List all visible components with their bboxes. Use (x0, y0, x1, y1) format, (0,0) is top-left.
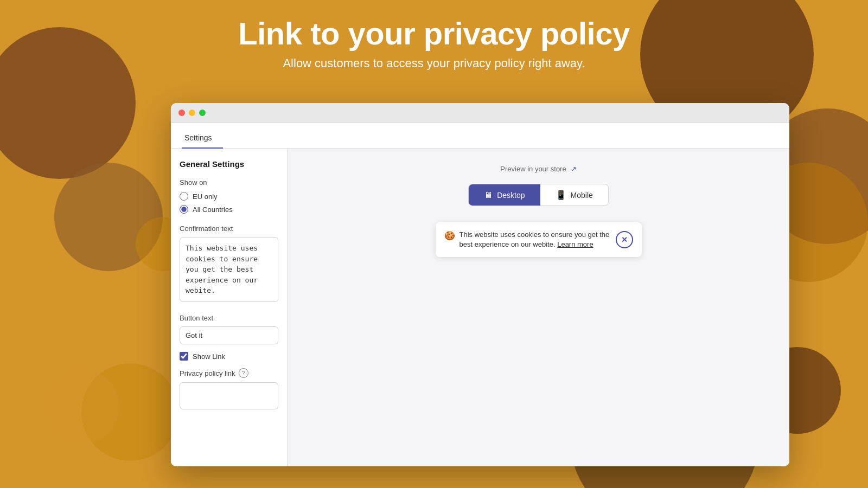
radio-all-countries[interactable]: All Countries (180, 205, 278, 214)
confirmation-text-label: Confirmation text (180, 224, 278, 233)
hero-subtitle: Allow customers to access your privacy p… (0, 56, 868, 70)
external-link-icon[interactable]: ↗ (571, 165, 577, 173)
sidebar: General Settings Show on EU only All Cou… (171, 149, 288, 466)
preview-label: Preview in your store (500, 165, 566, 173)
radio-group-show-on: EU only All Countries (180, 192, 278, 214)
preview-header: Preview in your store ↗ (500, 165, 576, 173)
desktop-icon: 🖥 (484, 190, 493, 200)
radio-all-countries-label: All Countries (193, 206, 233, 214)
main-layout: General Settings Show on EU only All Cou… (171, 149, 789, 466)
section-title: General Settings (180, 159, 278, 169)
button-text-label: Button text (180, 314, 278, 322)
cookie-banner-text: 🍪 This website uses cookies to ensure yo… (444, 230, 610, 249)
hero-section: Link to your privacy policy Allow custom… (0, 0, 868, 70)
radio-eu-only[interactable]: EU only (180, 192, 278, 201)
radio-eu-only-input[interactable] (180, 192, 188, 201)
privacy-policy-link-label: Privacy policy link (180, 369, 235, 377)
mobile-icon: 📱 (556, 190, 566, 200)
browser-window: Settings General Settings Show on EU onl… (171, 103, 789, 466)
show-link-row: Show Link (180, 352, 278, 361)
radio-eu-only-label: EU only (193, 192, 218, 201)
confirmation-text-input[interactable]: This website uses cookies to ensure you … (180, 237, 278, 302)
cookie-banner-preview: 🍪 This website uses cookies to ensure yo… (436, 222, 642, 257)
device-toggle: 🖥 Desktop 📱 Mobile (468, 184, 609, 206)
cookie-message: This website uses cookies to ensure you … (459, 230, 610, 249)
close-icon: ✕ (621, 235, 628, 244)
radio-all-countries-input[interactable] (180, 205, 188, 214)
preview-area: Preview in your store ↗ 🖥 Desktop 📱 Mobi… (288, 149, 789, 466)
traffic-light-red[interactable] (178, 110, 185, 116)
show-link-label: Show Link (193, 352, 225, 361)
desktop-label: Desktop (497, 191, 525, 200)
mobile-button[interactable]: 📱 Mobile (540, 184, 608, 206)
help-icon[interactable]: ? (239, 368, 248, 378)
browser-content: Settings General Settings Show on EU onl… (171, 123, 789, 466)
tab-settings[interactable]: Settings (182, 133, 223, 149)
mobile-label: Mobile (571, 191, 593, 200)
traffic-light-green[interactable] (199, 110, 206, 116)
privacy-policy-link-input[interactable] (180, 382, 278, 409)
hero-title: Link to your privacy policy (0, 16, 868, 51)
tabs-bar: Settings (171, 123, 789, 149)
browser-titlebar (171, 103, 789, 123)
learn-more-link[interactable]: Learn more (557, 240, 593, 248)
show-link-checkbox[interactable] (180, 352, 188, 361)
privacy-link-row: Privacy policy link ? (180, 368, 278, 378)
cookie-close-button[interactable]: ✕ (616, 231, 633, 248)
cookie-emoji: 🍪 (444, 230, 455, 241)
button-text-input[interactable] (180, 326, 278, 344)
traffic-light-yellow[interactable] (189, 110, 195, 116)
desktop-button[interactable]: 🖥 Desktop (469, 184, 540, 206)
show-on-label: Show on (180, 178, 278, 187)
